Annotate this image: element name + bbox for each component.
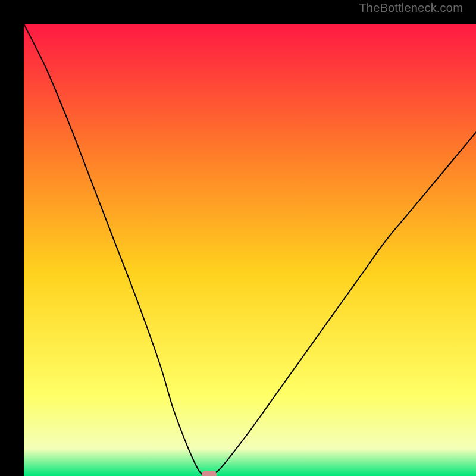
minimum-marker [202, 471, 216, 476]
chart-frame [12, 12, 464, 464]
watermark-text: TheBottleneck.com [359, 1, 463, 15]
bottleneck-chart [24, 24, 476, 476]
gradient-background [24, 24, 476, 476]
